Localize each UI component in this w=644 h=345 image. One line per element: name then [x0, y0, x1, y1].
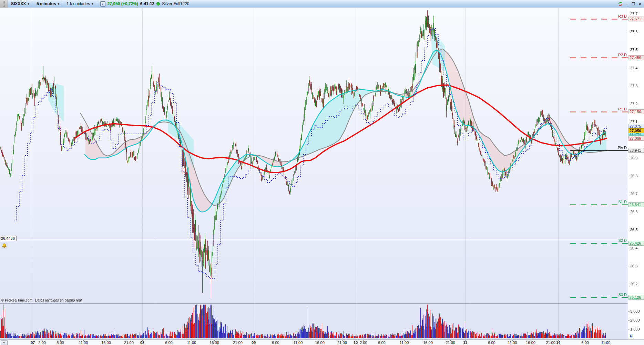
time-label: 21:00 — [546, 341, 555, 345]
scroll-back-button[interactable]: « — [1, 340, 8, 345]
toolbar-separator — [33, 1, 33, 7]
last-volume-label: 6 — [629, 334, 633, 338]
minimize-button[interactable]: – — [624, 1, 630, 7]
time-tick-mark — [106, 340, 106, 341]
time-tick-mark — [558, 340, 559, 341]
time-tick-mark — [585, 340, 585, 341]
quote-info: i 27,050 (+0,72%) 6:41:12 Silver Full122… — [98, 1, 192, 7]
price-tick: 26,5 — [630, 228, 637, 232]
time-label: 2:00 — [360, 341, 367, 345]
refresh-icon[interactable] — [618, 1, 623, 7]
pivot-price-label: 26,941 — [628, 148, 644, 153]
time-label: 21:00 — [124, 341, 134, 345]
last-price-label: 27,050 — [628, 128, 644, 133]
toolbar-separator — [63, 1, 63, 7]
time-label: 11:00 — [79, 341, 88, 345]
time-label: 11:00 — [400, 341, 409, 345]
price-tick: 27,6 — [630, 30, 637, 34]
indicator-price-label: 27,075 — [628, 124, 644, 129]
price-tick: 26,6 — [630, 210, 637, 214]
time-label: 11:00 — [294, 341, 303, 345]
price-tick: 27,7 — [630, 12, 637, 16]
price-tick-mark — [628, 122, 630, 122]
horizontal-line-price-label[interactable]: 26,4456 — [0, 236, 17, 241]
pivot-label: R3 D — [618, 14, 627, 18]
time-tick-mark — [512, 340, 513, 341]
price-tick: 27,3 — [630, 84, 637, 88]
toolbar: SIXXXX ▾ 5 minutos ▾ 1 k unidades ▾ i 27… — [0, 0, 644, 8]
time-label: 6:00 — [488, 341, 495, 345]
price-tick-mark — [628, 158, 630, 158]
symbol-selector[interactable]: SIXXXX ▾ — [8, 0, 32, 8]
time-tick-mark — [320, 340, 320, 341]
volume-tick: 2.000 — [630, 318, 640, 322]
time-tick-mark — [450, 340, 451, 341]
pivot-price-label: 26,426 — [628, 241, 644, 246]
price-tick: 26,2 — [630, 282, 637, 286]
time-tick-mark — [129, 340, 129, 341]
close-button[interactable]: ✕ — [637, 1, 643, 7]
pivot-price-label: 27,671 — [628, 17, 644, 21]
price-tick-mark — [628, 248, 630, 248]
feed-status-text: Datos recibidos en tiempo real — [35, 298, 82, 302]
time-label: 10 — [354, 341, 358, 345]
units-selector[interactable]: 1 k unidades ▾ — [63, 0, 96, 8]
time-tick-mark — [404, 340, 405, 341]
price-tick-mark — [628, 68, 630, 68]
time-tick-mark — [382, 340, 382, 341]
quote-time: 6:41:12 — [140, 1, 154, 6]
price-tick: 27,2 — [630, 102, 637, 106]
time-tick-mark — [356, 340, 356, 341]
time-tick-mark — [192, 340, 192, 341]
time-tick-mark — [214, 340, 215, 341]
timeframe-label: 5 minutos — [37, 1, 56, 6]
symbol-label: SIXXXX — [11, 1, 26, 6]
pivot-label: S2 D — [619, 238, 627, 243]
time-label: 09 — [252, 341, 256, 345]
pivot-price-label: 26,641 — [628, 202, 644, 207]
pivot-price-label: 26,126 — [628, 295, 644, 300]
time-label: 16:00 — [209, 341, 219, 345]
time-tick-mark — [465, 340, 466, 341]
time-label: 6:00 — [165, 341, 172, 345]
price-tick: 26,9 — [630, 156, 637, 160]
time-tick-mark — [238, 340, 238, 341]
volume-tick-mark — [628, 329, 630, 329]
time-tick-mark — [142, 340, 143, 341]
price-tick: 26,8 — [630, 174, 637, 178]
copyright-text: © ProRealTime.com — [1, 298, 32, 302]
restore-button[interactable]: ❐ — [631, 1, 636, 7]
last-price-change: 27,050 (+0,72%) — [108, 1, 138, 6]
time-tick-mark — [551, 340, 551, 341]
volume-tick: 1.000 — [630, 327, 640, 331]
time-tick-mark — [342, 340, 343, 341]
time-tick-mark — [33, 340, 33, 341]
price-tick-mark — [628, 50, 630, 50]
price-tick-mark — [628, 86, 630, 86]
time-tick-mark — [364, 340, 364, 341]
time-tick-mark — [606, 340, 606, 341]
price-tick-mark — [628, 194, 630, 194]
timeframe-selector[interactable]: 5 minutos ▾ — [33, 0, 62, 8]
info-icon[interactable]: i — [100, 1, 105, 7]
alarm-bell-icon[interactable] — [1, 243, 8, 249]
time-axis[interactable]: « 072:006:0011:0016:0021:00086:0011:0016… — [0, 339, 644, 345]
window-grip-icon[interactable] — [0, 0, 8, 8]
time-label: 16:00 — [315, 341, 325, 345]
volume-tick-mark — [628, 320, 630, 321]
price-tick: 26,7 — [630, 192, 637, 196]
price-tick-mark — [628, 230, 630, 230]
time-tick-mark — [42, 340, 42, 341]
time-label: 21:00 — [337, 341, 347, 345]
time-tick-mark — [169, 340, 169, 341]
time-label: 16:00 — [526, 341, 535, 345]
pivot-label: S3 D — [619, 293, 627, 297]
time-label: 21:00 — [233, 341, 243, 345]
price-axis[interactable]: 27,727,627,527,427,327,227,126,926,826,7… — [628, 8, 644, 339]
copyright-note: © ProRealTime.comDatos recibidos en tiem… — [1, 298, 82, 302]
price-chart-canvas[interactable] — [0, 8, 628, 339]
time-label: 6:00 — [57, 341, 64, 345]
price-tick: 27,4 — [630, 66, 637, 70]
time-label: 6:00 — [378, 341, 385, 345]
pivot-label: R2 D — [618, 53, 627, 57]
